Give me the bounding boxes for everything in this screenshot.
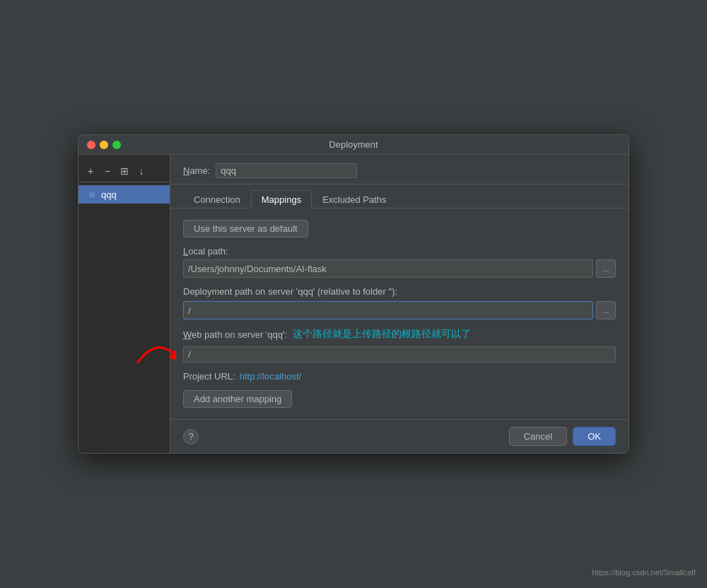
local-path-field: Local path: ...	[183, 246, 616, 278]
titlebar: Deployment	[78, 135, 629, 155]
name-input[interactable]	[216, 163, 357, 178]
tabs-bar: Connection Mappings Excluded Paths	[170, 184, 629, 208]
local-path-input[interactable]	[183, 259, 593, 278]
main-panel: Name: Connection Mappings Excluded Paths…	[170, 155, 629, 453]
deployment-path-input-row: ...	[183, 301, 616, 319]
move-server-button[interactable]: ↓	[134, 163, 149, 179]
main-window: Deployment + − ⊞ ↓ 🖥 qqq Name:	[78, 134, 629, 454]
red-arrow-icon	[134, 335, 176, 370]
sidebar: + − ⊞ ↓ 🖥 qqq	[78, 155, 170, 453]
add-server-button[interactable]: +	[83, 163, 98, 179]
web-path-label: Web path on server 'qqq':	[183, 329, 287, 340]
add-mapping-button[interactable]: Add another mapping	[183, 390, 292, 408]
deployment-path-label: Deployment path on server 'qqq' (relativ…	[183, 286, 616, 297]
tab-mappings[interactable]: Mappings	[251, 190, 312, 208]
copy-server-button[interactable]: ⊞	[117, 163, 132, 179]
local-path-browse-button[interactable]: ...	[596, 259, 616, 278]
deployment-path-field: Deployment path on server 'qqq' (relativ…	[183, 286, 616, 319]
deployment-path-input[interactable]	[183, 301, 593, 319]
sidebar-toolbar: + − ⊞ ↓	[78, 160, 170, 182]
sidebar-item-qqq[interactable]: 🖥 qqq	[78, 185, 170, 204]
project-url-link[interactable]: http://localhost/	[240, 371, 301, 382]
use-default-button[interactable]: Use this server as default	[183, 220, 308, 237]
help-button[interactable]: ?	[183, 429, 199, 445]
name-label: Name:	[183, 165, 210, 176]
content-area: + − ⊞ ↓ 🖥 qqq Name: Connection Mappings …	[78, 155, 629, 453]
window-title: Deployment	[329, 139, 378, 150]
close-button[interactable]	[87, 141, 95, 149]
server-icon: 🖥	[86, 189, 97, 200]
bottom-bar: ? Cancel OK	[170, 419, 629, 453]
ok-button[interactable]: OK	[573, 427, 616, 446]
local-path-input-row: ...	[183, 259, 616, 278]
watermark: https://blog.csdn.net/Smallcaff	[592, 568, 696, 577]
remove-server-button[interactable]: −	[100, 163, 115, 179]
tab-excluded-paths[interactable]: Excluded Paths	[312, 190, 397, 208]
local-path-label: Local path:	[183, 246, 616, 257]
web-path-input[interactable]	[183, 346, 616, 363]
deployment-path-browse-button[interactable]: ...	[596, 301, 616, 319]
sidebar-item-label: qqq	[101, 189, 117, 200]
minimize-button[interactable]	[100, 141, 108, 149]
cancel-button[interactable]: Cancel	[509, 427, 567, 446]
bottom-actions: Cancel OK	[509, 427, 616, 446]
web-path-annotation: 这个路径就是上传路径的根路径就可以了	[293, 328, 471, 341]
traffic-lights	[87, 141, 121, 149]
project-url-row: Project URL: http://localhost/	[183, 371, 616, 382]
maximize-button[interactable]	[112, 141, 121, 149]
web-path-field: Web path on server 'qqq': 这个路径就是上传路径的根路径…	[183, 328, 616, 363]
project-url-label: Project URL:	[183, 371, 235, 382]
name-row: Name:	[170, 155, 629, 184]
tab-connection[interactable]: Connection	[183, 190, 251, 208]
tab-content-mappings: Use this server as default Local path: .…	[170, 208, 629, 419]
